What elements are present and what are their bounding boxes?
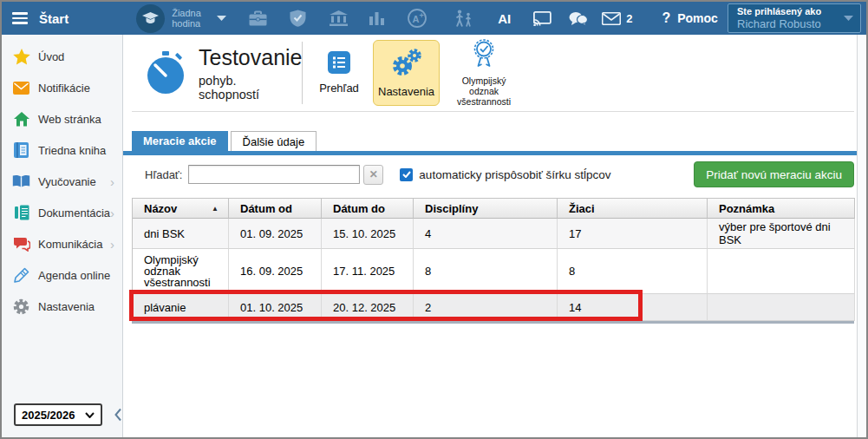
question-mark-icon: ? [662,10,670,26]
sidebar-item-vyucovanie[interactable]: Vyučovanie › [2,166,122,197]
nav-prehlad-button[interactable]: Prehľad [310,40,369,106]
table-cell[interactable]: 15. 10. 2025 [322,219,414,249]
sort-asc-icon: ▲ [212,205,219,213]
start-button[interactable]: Štart [39,11,69,26]
graduation-cap-icon[interactable] [136,4,165,33]
table-bottom-shadow [132,321,854,324]
hamburger-icon[interactable] [12,12,28,24]
table-cell[interactable]: 17 [558,219,708,249]
excursion-icon[interactable] [453,10,473,28]
briefcase-icon[interactable] [249,10,267,26]
star-icon [12,48,30,66]
divider [302,42,303,104]
column-header-ziaci[interactable]: Žiaci [558,198,708,219]
page-title: Testovanie [199,45,291,70]
sidebar-item-uvod[interactable]: Úvod [2,41,122,72]
institution-icon[interactable] [330,10,348,26]
check-icon [402,171,411,178]
autofit-label[interactable]: automaticky prispôsobiť šírku stĺpcov [419,168,610,181]
envelope-icon [12,79,30,97]
pen-icon [12,266,30,285]
table-cell[interactable]: 4 [414,219,558,249]
table-cell[interactable]: 8 [558,249,708,294]
medal-icon [471,39,497,70]
stopwatch-icon [144,51,187,95]
column-header-datum-od[interactable]: Dátum od [229,198,322,219]
cast-icon[interactable] [533,11,551,26]
add-measure-action-button[interactable]: Pridať novú meraciu akciu [694,161,854,187]
scrollbar-track[interactable] [857,35,866,437]
chevron-down-icon[interactable] [217,16,226,21]
document-icon [12,204,30,222]
table-cell[interactable]: dni BSK [133,219,229,249]
table-cell[interactable]: 01. 10. 2025 [229,294,322,321]
topbar: Štart Žiadna hodina A+ AI [2,2,866,35]
column-header-nazov[interactable]: Názov▲ [133,198,229,219]
column-header-discipliny[interactable]: Disciplíny [414,198,558,219]
sidebar-item-agenda-online[interactable]: Agenda online [2,259,122,291]
main-content: Testovanie pohyb. schopností Prehľad Nas… [123,35,857,437]
submenu-arrow-icon: › [110,174,114,189]
search-input[interactable] [188,165,360,184]
table-cell[interactable] [708,249,855,294]
sidebar-item-nastavenia[interactable]: Nastavenia [2,291,122,322]
list-icon [328,51,350,76]
gear-icon [12,298,30,316]
sidebar: Úvod Notifikácie Web stránka Triedna kni… [2,35,123,437]
nav-olympijsky-odznak-button[interactable]: Olympijský odznak všestrannosti [444,40,524,106]
table-cell[interactable]: 17. 11. 2025 [322,249,414,294]
shield-check-icon[interactable] [290,10,306,27]
help-button[interactable]: ? Pomoc [662,10,717,26]
column-header-datum-do[interactable]: Dátum do [322,198,414,219]
sidebar-item-web-stranka[interactable]: Web stránka [2,103,122,134]
tab-underline [123,151,857,155]
lesson-status[interactable]: Žiadna hodina [172,8,213,29]
page-subtitle: pohyb. schopností [199,74,291,102]
collapse-sidebar-icon[interactable] [114,408,122,422]
chat-icon[interactable] [569,11,588,26]
table-cell[interactable]: 8 [414,249,558,294]
tab-meracie-akcie[interactable]: Meracie akcie [132,131,228,151]
chevron-down-icon [85,412,95,418]
sidebar-item-notifikacie[interactable]: Notifikácie [2,72,122,103]
table-cell[interactable]: 16. 09. 2025 [229,249,322,294]
chevron-down-icon [844,16,853,21]
table-cell[interactable]: výber pre športové dni BSK [708,219,855,249]
module-header: Testovanie pohyb. schopností Prehľad Nas… [132,35,854,112]
sidebar-item-dokumentacia[interactable]: Dokumentácia › [2,197,122,228]
table-cell[interactable]: 20. 12. 2025 [322,294,414,321]
ai-button[interactable]: AI [498,11,511,26]
gears-icon [390,49,423,80]
book-icon [12,173,30,191]
table-cell[interactable]: plávanie [133,294,229,321]
submenu-arrow-icon: › [110,237,114,252]
toolbar: Hľadať: ✕ automaticky prispôsobiť šírku … [123,161,857,188]
chat-icon [12,235,30,253]
mail-button[interactable]: 2 [602,12,632,25]
nav-nastavenia-button[interactable]: Nastavenia [373,40,440,106]
a-plus-icon[interactable]: A+ [408,9,427,28]
column-header-poznamka[interactable]: Poznámka [708,198,855,219]
user-name: Richard Robusto [737,17,844,30]
sidebar-item-komunikacia[interactable]: Komunikácia › [2,228,122,259]
table-cell[interactable] [708,294,855,321]
clear-search-button[interactable]: ✕ [363,165,383,185]
sidebar-item-triedna-kniha[interactable]: Triedna kniha [2,134,122,166]
table-cell[interactable]: 01. 09. 2025 [229,219,322,249]
autofit-checkbox[interactable] [400,168,413,181]
tab-bar: Meracie akcie Ďalšie údaje [132,131,857,151]
user-menu[interactable]: Ste prihlásený ako Richard Robusto [728,3,861,33]
logged-in-as-label: Ste prihlásený ako [737,6,844,16]
svg-text:+: + [420,11,424,20]
search-label: Hľadať: [145,168,182,181]
table-cell[interactable]: Olympijský odznak všestrannosti [133,249,229,294]
school-year-select[interactable]: 2025/2026 [14,403,102,426]
mail-badge: 2 [626,12,632,25]
table-cell[interactable]: 14 [558,294,708,321]
table-cell[interactable]: 2 [414,294,558,321]
tab-dalsie-udaje[interactable]: Ďalšie údaje [231,131,317,151]
home-icon [12,110,30,128]
svg-text:A: A [413,14,420,24]
app-window: Štart Žiadna hodina A+ AI [0,0,868,439]
bar-chart-icon[interactable] [369,11,384,25]
